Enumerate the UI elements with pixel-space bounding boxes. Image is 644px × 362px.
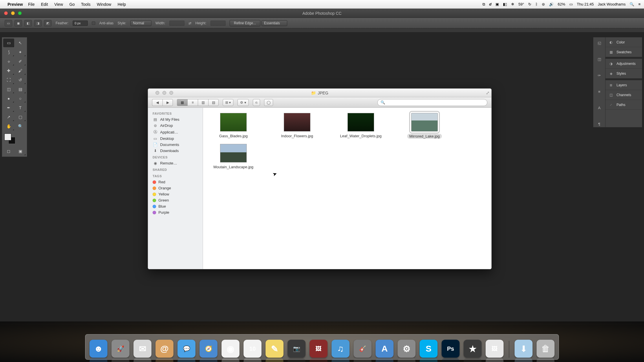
weather-icon[interactable]: ❄ (511, 2, 514, 6)
width-input[interactable] (169, 21, 184, 26)
screenmode-button[interactable]: ▣ (15, 147, 26, 156)
new-selection-button[interactable]: ◼ (14, 20, 22, 26)
file-item[interactable]: Gass_Blades.jpg (206, 113, 261, 139)
sidebar-tag-blue[interactable]: Blue (148, 203, 203, 209)
bluetooth-icon[interactable]: ᛒ (535, 2, 538, 6)
dock-safari[interactable]: 🧭 (200, 340, 217, 358)
dock-launchpad[interactable]: 🚀 (111, 340, 129, 358)
finder-minimize-button[interactable] (162, 91, 166, 95)
hand-tool[interactable]: ✋ (3, 122, 14, 131)
tool-preset-button[interactable]: ▭ (5, 20, 12, 26)
history-brush-tool[interactable]: ↺ (15, 76, 26, 84)
zoom-tool[interactable]: 🔍 (15, 122, 26, 131)
dock-iphoto[interactable]: 🖼 (310, 340, 328, 358)
menu-window[interactable]: Window (97, 2, 111, 7)
eyedropper-tool[interactable]: ✐ (15, 57, 26, 66)
sidebar-applications[interactable]: ⒶApplicati… (148, 129, 203, 136)
height-input[interactable] (211, 21, 226, 26)
dock-imovie[interactable]: ★ (464, 340, 482, 358)
menu-view[interactable]: View (54, 2, 63, 7)
menu-tools[interactable]: Tools (81, 2, 91, 7)
clock[interactable]: Thu 21:45 (577, 2, 594, 6)
dock-photoshop[interactable]: Ps (442, 340, 460, 358)
notifications-icon[interactable]: ≡ (638, 2, 641, 6)
feather-input[interactable] (73, 21, 88, 26)
swap-icon[interactable]: ⇄ (189, 21, 191, 25)
coverflow-view-button[interactable]: ▤ (208, 99, 219, 106)
type-tool[interactable]: T (15, 103, 26, 112)
finder-zoom-button[interactable] (169, 91, 173, 95)
finder-window[interactable]: 📁 JPEG ⤢ ◀ ▶ ▦ ≡ ▥ ▤ ⊞ ▾ (148, 88, 492, 269)
back-button[interactable]: ◀ (152, 99, 162, 106)
panel-layers[interactable]: ≣Layers (605, 80, 642, 90)
panel-channels[interactable]: ◫Channels (605, 90, 642, 100)
airplay-icon[interactable]: ▣ (495, 2, 499, 6)
dock-contacts[interactable]: @ (155, 340, 173, 358)
tags-button[interactable]: ◯ (264, 99, 273, 106)
heal-tool[interactable]: ✚ (3, 66, 14, 75)
panel-styles[interactable]: ◈Styles (605, 69, 642, 78)
sidebar-desktop[interactable]: ▭Desktop (148, 136, 203, 142)
dock-preview[interactable]: 🖼 (486, 340, 504, 358)
dock-messages[interactable]: 💬 (178, 340, 195, 358)
dock-skype[interactable]: S (420, 340, 438, 358)
sidebar-tag-purple[interactable]: Purple (148, 209, 203, 215)
refine-edge-button[interactable]: Refine Edge... (230, 20, 260, 26)
file-item[interactable]: Leaf_Water_Droplets.jpg (333, 113, 388, 139)
dock-settings[interactable]: ⚙ (398, 340, 416, 358)
day-one-icon[interactable]: d (489, 2, 491, 6)
menu-file[interactable]: File (28, 2, 35, 7)
action-button[interactable]: ⚙ ▾ (237, 99, 248, 106)
minimize-button[interactable] (11, 11, 15, 15)
dock-chrome[interactable]: ◉ (222, 340, 239, 358)
stamp-tool[interactable]: ⛶ (3, 76, 14, 84)
user-menu[interactable]: Jack Woodhams (598, 2, 626, 6)
dock-itunes[interactable]: ♫ (332, 340, 350, 358)
dock-mail[interactable]: ✉ (133, 340, 151, 358)
fullscreen-button[interactable]: ⤢ (486, 90, 490, 96)
style-select[interactable]: Normal (130, 20, 151, 26)
dodge-tool[interactable]: ○ (15, 94, 26, 103)
dock-garageband[interactable]: 🎸 (354, 340, 372, 358)
share-button[interactable]: ⎋ (253, 99, 260, 106)
sidebar-all-my-files[interactable]: ▤All My Files (148, 116, 203, 123)
menu-edit[interactable]: Edit (41, 2, 48, 7)
panel-swatches[interactable]: ▦Swatches (605, 47, 642, 57)
battery-widget-icon[interactable]: ▮▯ (503, 2, 507, 6)
history-panel-icon[interactable]: ◱ (596, 40, 603, 46)
sidebar-downloads[interactable]: ⬇Downloads (148, 148, 203, 154)
volume-icon[interactable]: 🔊 (549, 2, 554, 6)
eraser-tool[interactable]: ◫ (3, 85, 14, 94)
path-tool[interactable]: ↗ (3, 113, 14, 121)
panel-paths[interactable]: ⟋Paths (605, 100, 642, 110)
intersect-selection-button[interactable]: ◩ (44, 20, 52, 26)
file-item[interactable]: Moutain_Landscape.jpg (206, 144, 261, 169)
zoom-button[interactable] (18, 11, 22, 15)
shape-tool[interactable]: ▢ (15, 113, 26, 121)
gradient-tool[interactable]: ▤ (15, 85, 26, 94)
icon-view-button[interactable]: ▦ (177, 99, 187, 106)
dock-finder[interactable]: ☻ (89, 340, 107, 358)
battery-icon[interactable]: ▭ (569, 2, 573, 6)
quickmask-button[interactable]: ◻ (3, 147, 14, 156)
spotlight-icon[interactable]: 🔍 (630, 2, 634, 6)
lasso-tool[interactable]: ⟆ (3, 48, 14, 56)
add-selection-button[interactable]: ◧ (24, 20, 32, 26)
column-view-button[interactable]: ▥ (198, 99, 208, 106)
sidebar-documents[interactable]: 📄Documents (148, 142, 203, 148)
dock-appstore[interactable]: A (376, 340, 394, 358)
panel-adjustments[interactable]: ◑Adjustments (605, 59, 642, 69)
dock-facetime[interactable]: 📷 (288, 340, 305, 358)
properties-panel-icon[interactable]: ◫ (596, 56, 603, 62)
arrange-button[interactable]: ⊞ ▾ (223, 99, 233, 106)
pen-tool[interactable]: ✒ (3, 103, 14, 112)
temperature[interactable]: 59° (518, 2, 524, 6)
brush-presets-icon[interactable]: ≡ (596, 88, 603, 95)
move-tool[interactable]: ↖ (15, 39, 26, 47)
subtract-selection-button[interactable]: ◨ (34, 20, 42, 26)
workspace-select[interactable]: Essentials (261, 20, 287, 26)
dock-notes[interactable]: ✎ (266, 340, 283, 358)
brush-tool[interactable]: 🖌 (15, 66, 26, 75)
finder-titlebar[interactable]: 📁 JPEG ⤢ (148, 89, 491, 97)
sidebar-tag-orange[interactable]: Orange (148, 185, 203, 191)
